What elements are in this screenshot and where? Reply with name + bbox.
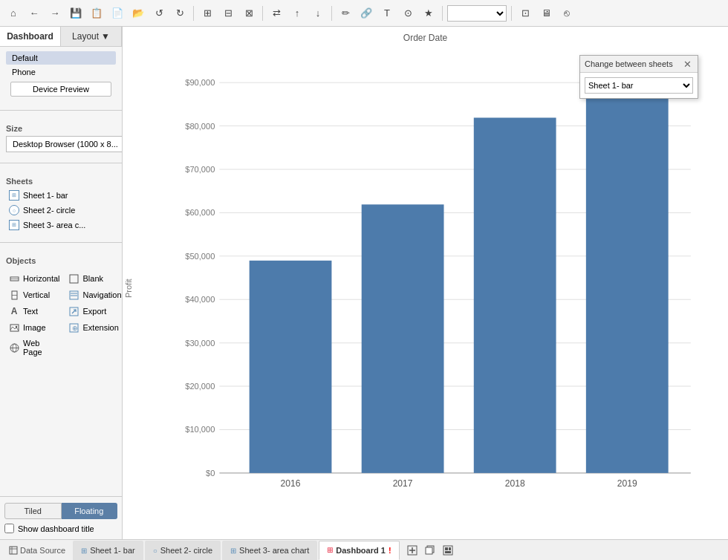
svg-rect-49 [445, 547, 448, 550]
tab-layout[interactable]: Layout ▼ [61, 27, 122, 46]
svg-rect-2 [70, 275, 78, 283]
sep4 [442, 6, 443, 21]
new-dashboard-icon [443, 545, 453, 556]
image-icon [9, 322, 19, 333]
object-vertical[interactable]: Vertical [6, 287, 63, 302]
sheet-item-area[interactable]: ⊞ Sheet 3- area c... [6, 218, 116, 232]
device-btn[interactable]: 🖥 [537, 4, 555, 22]
status-tab-dashboard1[interactable]: ⊞ Dashboard 1 ! [319, 541, 399, 560]
undo-btn[interactable]: ↺ [150, 4, 168, 22]
new-btn[interactable]: 📄 [108, 4, 126, 22]
popup-sheet-select[interactable]: Sheet 1- bar Sheet 2- circle Sheet 3- ar… [585, 77, 693, 94]
data-source-label: Data Source [20, 546, 65, 555]
object-webpage[interactable]: Web Page [6, 336, 63, 359]
swap-btn[interactable]: ⇄ [267, 4, 285, 22]
save-as-btn[interactable]: 📋 [88, 4, 105, 22]
chart-inner: $90,000 $80,000 $70,000 $60,000 $50,000 [137, 43, 728, 533]
object-blank[interactable]: Blank [66, 271, 123, 286]
save-btn[interactable]: 💾 [67, 4, 85, 22]
svg-rect-47 [426, 547, 432, 554]
svg-point-10 [15, 325, 16, 327]
svg-text:$30,000: $30,000 [185, 339, 215, 348]
extension-label: Extension [83, 323, 119, 332]
bar-2016[interactable] [250, 261, 332, 473]
webpage-label: Web Page [23, 339, 60, 356]
object-export[interactable]: Export [66, 304, 123, 319]
redo-btn[interactable]: ↻ [171, 4, 189, 22]
new-sheet-btn[interactable] [404, 542, 420, 559]
sheet-circle-icon: ○ [9, 205, 19, 215]
mark-btn[interactable]: ✏ [337, 4, 354, 22]
svg-text:$50,000: $50,000 [185, 252, 215, 261]
size-select[interactable]: Desktop Browser (1000 x 8... [6, 136, 123, 152]
dashboard1-tab-icon: ⊞ [327, 546, 333, 554]
sep2 [262, 6, 263, 21]
object-text[interactable]: A Text [6, 304, 63, 319]
floating-btn[interactable]: Floating [62, 503, 118, 519]
row-btn[interactable]: ⊠ [240, 4, 258, 22]
objects-section: Objects Horizontal Blank [0, 249, 122, 366]
sheet-bar-icon: ⊞ [9, 190, 19, 201]
show-title-row: Show dashboard title [4, 524, 117, 533]
highlight-btn[interactable]: ★ [420, 4, 438, 22]
tab-dashboard[interactable]: Dashboard [0, 27, 61, 46]
bar-2018[interactable] [474, 117, 556, 472]
svg-text:$0: $0 [206, 469, 215, 478]
layout-chevron-icon: ▼ [101, 31, 110, 42]
sheet1-tab-icon: ⊞ [81, 547, 87, 555]
status-tab-sheet2[interactable]: ○ Sheet 2- circle [145, 541, 221, 560]
status-tab-sheet1[interactable]: ⊞ Sheet 1- bar [73, 541, 143, 560]
tiled-btn[interactable]: Tiled [4, 503, 62, 519]
divider-objects [0, 242, 122, 243]
tooltip-btn[interactable]: ⊙ [399, 4, 417, 22]
blank-icon [69, 273, 79, 284]
device-preview-button[interactable]: Device Preview [10, 82, 111, 97]
svg-rect-51 [445, 551, 451, 553]
object-navigation[interactable]: Navigation [66, 287, 123, 302]
device-default[interactable]: Default [6, 51, 116, 65]
table-btn[interactable]: ⊞ [198, 4, 216, 22]
divider-size [0, 110, 122, 111]
sheet2-tab-label: Sheet 2- circle [160, 546, 212, 555]
status-tab-sheet3[interactable]: ⊞ Sheet 3- area chart [222, 541, 317, 560]
duplicate-sheet-btn[interactable] [422, 542, 438, 559]
data-source-tab[interactable]: Data Source [3, 541, 71, 560]
back-btn[interactable]: ← [25, 4, 43, 22]
main-layout: Dashboard Layout ▼ Default Phone Device … [0, 27, 728, 539]
show-title-checkbox[interactable] [4, 524, 14, 533]
sheets-label: Sheets [6, 177, 116, 186]
sheet-circle-label: Sheet 2- circle [23, 206, 75, 215]
extension-icon: ⊕ [69, 322, 79, 333]
sort-desc-btn[interactable]: ↓ [309, 4, 327, 22]
chart-area: Order Date Profit $90,000 $80,000 $70,00… [123, 27, 728, 539]
sheet1-tab-label: Sheet 1- bar [90, 546, 135, 555]
fit-btn[interactable]: ⊡ [516, 4, 534, 22]
objects-label: Objects [6, 256, 116, 265]
object-extension[interactable]: ⊕ Extension [66, 320, 123, 335]
object-image[interactable]: Image [6, 320, 63, 335]
objects-grid: Horizontal Blank Vertical [6, 268, 116, 362]
open-btn[interactable]: 📂 [129, 4, 147, 22]
sort-asc-btn[interactable]: ↑ [288, 4, 306, 22]
bar-2019[interactable] [586, 78, 669, 473]
vertical-icon [9, 290, 19, 300]
object-horizontal[interactable]: Horizontal [6, 271, 63, 286]
popup-close-btn[interactable]: ✕ [681, 58, 693, 70]
col-btn[interactable]: ⊟ [219, 4, 237, 22]
device-phone[interactable]: Phone [6, 65, 116, 79]
format-btn[interactable]: T [378, 4, 396, 22]
sheet-item-bar[interactable]: ⊞ Sheet 1- bar [6, 189, 116, 202]
change-sheet-popup: Change between sheets ✕ Sheet 1- bar She… [579, 55, 698, 99]
svg-rect-40 [10, 547, 17, 554]
home-btn[interactable]: ⌂ [4, 4, 22, 22]
bar-2017[interactable] [362, 204, 444, 473]
sheet2-tab-icon: ○ [153, 547, 157, 555]
forward-btn[interactable]: → [46, 4, 64, 22]
share-btn[interactable]: ⎋ [558, 4, 576, 22]
sheet-item-circle[interactable]: ○ Sheet 2- circle [6, 204, 116, 217]
mark-type-select[interactable] [447, 5, 507, 22]
sidebar: Dashboard Layout ▼ Default Phone Device … [0, 27, 123, 539]
link-btn[interactable]: 🔗 [357, 4, 375, 22]
text-label: Text [23, 307, 38, 316]
new-dashboard-btn[interactable] [440, 542, 456, 559]
